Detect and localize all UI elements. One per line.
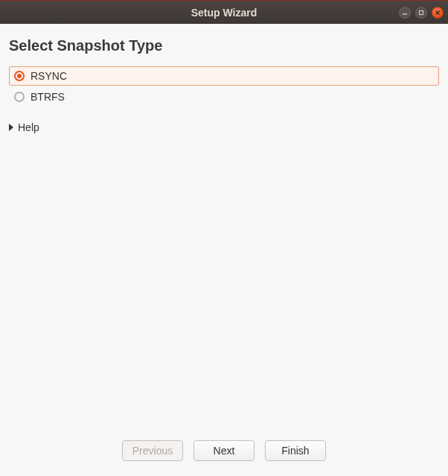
- minimize-icon: [402, 10, 408, 16]
- content-area: Select Snapshot Type RSYNC BTRFS Help Pr…: [0, 24, 448, 476]
- window-controls: [399, 7, 444, 19]
- next-button[interactable]: Next: [193, 440, 255, 461]
- help-expander[interactable]: Help: [9, 120, 439, 135]
- close-button[interactable]: [432, 7, 444, 19]
- maximize-button[interactable]: [415, 7, 427, 19]
- page-title: Select Snapshot Type: [9, 37, 439, 54]
- footer-buttons: Previous Next Finish: [9, 434, 439, 470]
- button-label: Finish: [281, 445, 309, 457]
- previous-button: Previous: [122, 440, 183, 461]
- radio-option-btrfs[interactable]: BTRFS: [9, 87, 439, 107]
- radio-label: BTRFS: [31, 91, 65, 103]
- spacer: [9, 135, 439, 434]
- radio-icon: [14, 71, 25, 81]
- chevron-right-icon: [9, 124, 13, 131]
- radio-option-rsync[interactable]: RSYNC: [9, 66, 439, 86]
- titlebar: Setup Wizard: [0, 0, 448, 24]
- button-label: Previous: [132, 445, 173, 457]
- maximize-icon: [418, 10, 424, 16]
- radio-dot-icon: [17, 74, 22, 78]
- snapshot-type-group: RSYNC BTRFS: [9, 66, 439, 107]
- minimize-button[interactable]: [399, 7, 411, 19]
- radio-icon: [14, 92, 25, 102]
- close-icon: [435, 10, 441, 16]
- window-title: Setup Wizard: [191, 7, 257, 19]
- svg-rect-1: [420, 10, 423, 14]
- help-label: Help: [18, 121, 39, 133]
- finish-button[interactable]: Finish: [265, 440, 326, 461]
- radio-label: RSYNC: [31, 70, 67, 82]
- button-label: Next: [214, 445, 235, 457]
